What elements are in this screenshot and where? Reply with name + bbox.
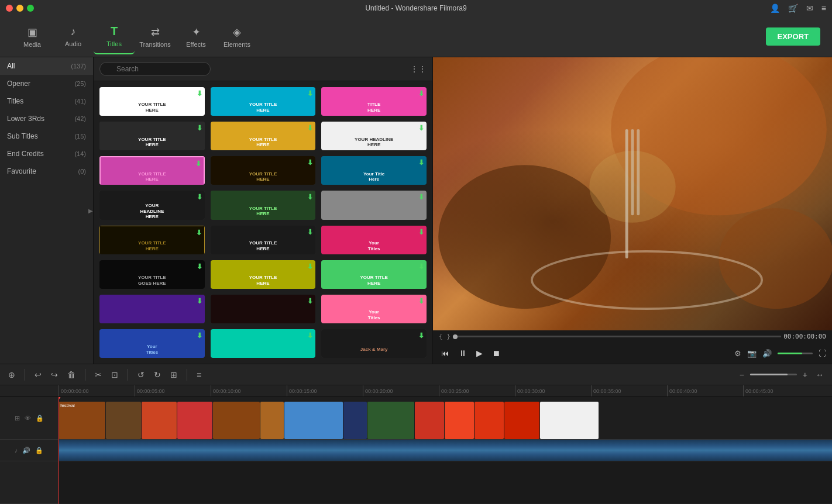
preview-progress-bar[interactable]: [453, 336, 781, 337]
center-panel: ⋮⋮ YOUR TITLE HERE⬇Opener 1YOUR TITLE HE…: [94, 57, 433, 364]
sidebar-item-end-credits[interactable]: End Credits(14): [0, 145, 93, 163]
sidebar-item-sub-titles[interactable]: Sub Titles(15): [0, 127, 93, 145]
cart-icon[interactable]: 🛒: [788, 4, 798, 13]
crop-button[interactable]: ⊡: [109, 368, 121, 382]
title-card[interactable]: YOUR TITLE HERE⬇Opener 1: [99, 87, 205, 116]
zoom-out-button[interactable]: −: [737, 368, 747, 382]
volume-icon[interactable]: 🔊: [762, 349, 772, 358]
title-card[interactable]: YOUR TITLE HERE⬇Opener 4: [99, 122, 205, 150]
play-button[interactable]: ▶: [474, 346, 485, 360]
video-clip[interactable]: [343, 402, 367, 439]
fit-timeline-button[interactable]: ↔: [813, 368, 826, 382]
title-card[interactable]: TITLE HERE⬇Opener 3: [321, 87, 427, 116]
playhead[interactable]: [59, 397, 59, 504]
zoom-slider[interactable]: [750, 374, 797, 375]
video-clip[interactable]: [415, 402, 444, 439]
rotate-left-button[interactable]: ↺: [135, 368, 147, 382]
volume-slider[interactable]: [778, 353, 813, 354]
title-card[interactable]: YOUR TITLE HERE⬇Opener 14: [211, 226, 316, 254]
cut-button[interactable]: ✂: [92, 368, 104, 382]
video-clip[interactable]: [504, 402, 539, 439]
grid-view-icon[interactable]: ⋮⋮: [410, 64, 427, 74]
title-card[interactable]: YOUR TITLE HERE⬇Opener 7: [99, 156, 205, 185]
video-clip[interactable]: [106, 402, 141, 439]
toolbar-effects[interactable]: ✦ Effects: [176, 19, 216, 54]
title-card-text: YOUR TITLE HERE: [248, 205, 279, 218]
close-button[interactable]: [6, 5, 13, 12]
audio-track-speaker-icon[interactable]: 🔊: [22, 447, 30, 454]
add-media-button[interactable]: ⊕: [6, 368, 18, 382]
menu-icon[interactable]: ≡: [821, 4, 826, 13]
download-badge: ⬇: [307, 332, 313, 340]
video-clip[interactable]: [367, 402, 414, 439]
title-card[interactable]: YOUR TITLE HERE⬇Opener 13: [99, 226, 205, 254]
rotate-right-button[interactable]: ↻: [152, 368, 163, 382]
maximize-button[interactable]: [27, 5, 34, 12]
video-track-lock-icon[interactable]: 🔒: [36, 415, 44, 422]
video-clip[interactable]: [213, 402, 260, 439]
title-card[interactable]: ⬇Opener 19: [99, 295, 205, 323]
title-card[interactable]: YOUR HEADLINE HERE⬇Opener 6: [321, 122, 427, 150]
window-controls[interactable]: [6, 5, 34, 12]
delete-button[interactable]: 🗑: [65, 368, 78, 382]
toolbar-separator-1: [25, 369, 25, 381]
minimize-button[interactable]: [16, 5, 23, 12]
mail-icon[interactable]: ✉: [806, 4, 813, 13]
toolbar-transitions[interactable]: ⇄ Transitions: [135, 19, 176, 54]
sidebar-item-lower-3rds[interactable]: Lower 3Rds(42): [0, 110, 93, 127]
stop-button[interactable]: ⏹: [490, 346, 503, 360]
title-card[interactable]: YOUR TITLE HERE⬇Opener 8: [211, 156, 316, 185]
title-card[interactable]: YOUR TITLE HERE⬇Opener 18: [321, 260, 427, 289]
settings-icon[interactable]: ⚙: [734, 349, 741, 358]
ruler-mark: 00:00:45:00: [743, 385, 819, 397]
play-pause-button[interactable]: ⏸: [456, 346, 469, 360]
redo-button[interactable]: ↪: [49, 368, 60, 382]
title-card[interactable]: ⬇Opener 20: [211, 295, 316, 323]
sidebar-item-favourite[interactable]: Favourite(0): [0, 163, 93, 180]
toolbar-titles[interactable]: T Titles: [94, 19, 135, 54]
sidebar-item-titles[interactable]: Titles(41): [0, 92, 93, 110]
title-card[interactable]: YOUR TITLE HERE⬇Opener 2: [211, 87, 316, 116]
toolbar-elements[interactable]: ◈ Elements: [216, 19, 257, 54]
download-badge: ⬇: [418, 228, 424, 236]
sidebar-item-opener[interactable]: Opener(25): [0, 75, 93, 92]
timeline-tracks: ⊞ 👁 🔒 ♪ 🔊 🔒 festival: [0, 397, 832, 504]
video-clip[interactable]: [177, 402, 212, 439]
title-card[interactable]: YOUR HEADLINE HERE⬇Opener 10: [99, 191, 205, 219]
title-card[interactable]: Your Titles⬇Opener 15: [321, 226, 427, 254]
sidebar-item-all[interactable]: All(137): [0, 57, 93, 75]
search-input[interactable]: [99, 62, 211, 76]
video-clip[interactable]: [475, 402, 504, 439]
snapshot-icon[interactable]: 📷: [747, 349, 757, 358]
ruler-mark: 00:00:25:00: [439, 385, 515, 397]
sidebar-collapse-arrow[interactable]: ▶: [88, 208, 93, 214]
title-card[interactable]: YOUR TITLE HERE⬇Opener 11: [211, 191, 316, 219]
title-card[interactable]: YOUR TITLE HERE⬇Opener 17: [211, 260, 316, 289]
title-card[interactable]: Jack & Mary⬇Opener 24: [321, 329, 427, 358]
title-card[interactable]: YOUR TITLE HERE⬇Opener 5: [211, 122, 316, 150]
zoom-in-button[interactable]: +: [800, 368, 810, 382]
title-card[interactable]: Your Titles⬇Opener 21: [321, 295, 427, 323]
video-clip[interactable]: [260, 402, 284, 439]
pip-button[interactable]: ⊞: [168, 368, 180, 382]
title-card[interactable]: Your Title Here⬇Opener 9: [321, 156, 427, 185]
title-card[interactable]: ⬇Opener 12: [321, 191, 427, 219]
video-clip[interactable]: [445, 402, 474, 439]
fullscreen-icon[interactable]: ⛶: [819, 349, 826, 358]
toolbar-media[interactable]: ▣ Media: [12, 19, 53, 54]
audio-adjust-button[interactable]: ≡: [194, 368, 204, 382]
undo-button[interactable]: ↩: [32, 368, 44, 382]
title-card[interactable]: YOUR TITLE GOES HERE⬇Opener 16: [99, 260, 205, 289]
video-track-eye-icon[interactable]: 👁: [25, 415, 31, 422]
video-clip[interactable]: [142, 402, 177, 439]
video-clip[interactable]: [540, 402, 599, 439]
video-clip[interactable]: [284, 402, 343, 439]
toolbar-audio[interactable]: ♪ Audio: [53, 19, 94, 54]
title-card[interactable]: Your Titles⬇Opener 22: [99, 329, 205, 358]
step-back-button[interactable]: ⏮: [439, 346, 452, 360]
audio-track-lock-icon[interactable]: 🔒: [35, 447, 43, 454]
title-card[interactable]: ⬇Opener 23: [211, 329, 316, 358]
video-clip[interactable]: festival: [59, 402, 105, 439]
export-button[interactable]: EXPORT: [766, 27, 820, 46]
account-icon[interactable]: 👤: [770, 4, 780, 13]
